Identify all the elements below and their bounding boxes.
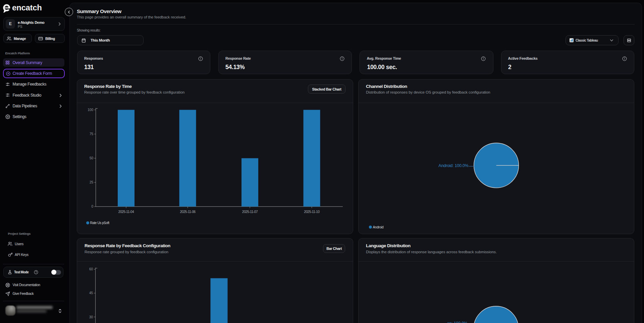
svg-text:Android: 100.0%: Android: 100.0%	[438, 163, 469, 168]
svg-text:30: 30	[89, 315, 93, 319]
svg-text:2025-11-07: 2025-11-07	[242, 210, 258, 214]
svg-text:2025-11-06: 2025-11-06	[180, 210, 196, 214]
svg-text:Android: Android	[373, 225, 384, 229]
svg-text:50: 50	[90, 156, 94, 160]
svg-text:45: 45	[89, 291, 93, 295]
svg-text:2025-11-04: 2025-11-04	[118, 210, 134, 214]
svg-text:en: 100.0%: en: 100.0%	[447, 321, 468, 323]
svg-text:100: 100	[88, 108, 93, 112]
svg-text:Rate Us pSoft: Rate Us pSoft	[90, 221, 110, 225]
svg-text:2025-11-10: 2025-11-10	[304, 210, 320, 214]
svg-text:60: 60	[89, 267, 93, 271]
svg-text:75: 75	[90, 132, 94, 136]
svg-text:25: 25	[90, 180, 94, 184]
svg-text:0: 0	[91, 205, 93, 208]
